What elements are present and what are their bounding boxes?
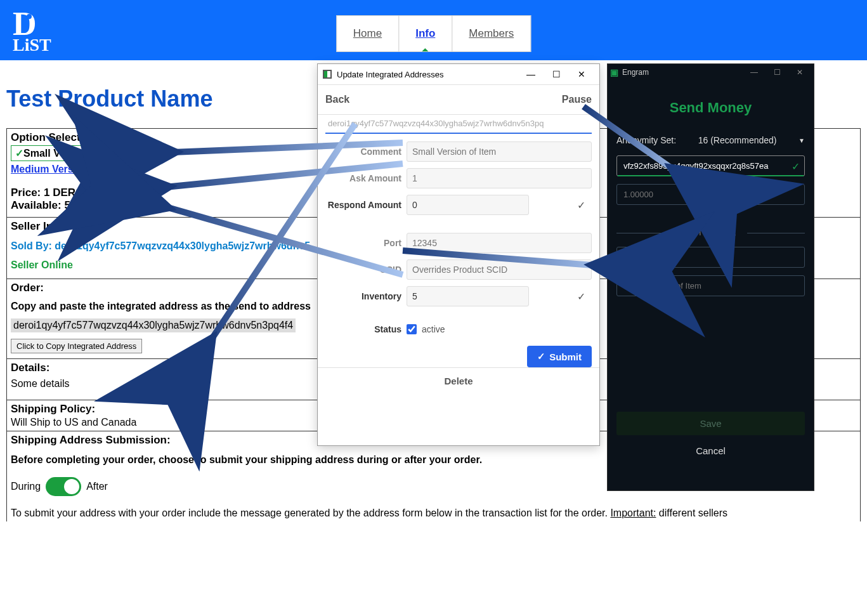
minimize-button[interactable]: — <box>743 68 766 77</box>
submit-button[interactable]: ✓ Submit <box>527 346 592 367</box>
cancel-button[interactable]: Cancel <box>616 435 805 456</box>
pause-button[interactable]: Pause <box>562 94 592 105</box>
engram-window: ▣ Engram — ☐ ✕ Send Money Anonymity Set:… <box>607 63 814 491</box>
during-after-toggle[interactable] <box>46 477 81 496</box>
active-label: active <box>422 324 445 334</box>
modal2-body: Send Money Anonymity Set: 16 (Recommende… <box>608 81 814 475</box>
back-button[interactable]: Back <box>325 94 349 105</box>
comment-input[interactable] <box>407 141 592 162</box>
optional-port-input[interactable] <box>616 247 805 268</box>
nav-members[interactable]: Members <box>452 16 530 51</box>
check-icon: ✓ <box>792 160 800 172</box>
check-icon: ✓ <box>577 199 585 211</box>
maximize-button[interactable]: ☐ <box>766 68 788 77</box>
minimize-button[interactable]: — <box>518 67 544 82</box>
modal1-titlebar[interactable]: Update Integrated Addresses — ☐ ✕ <box>318 64 599 85</box>
chevron-down-icon: ▼ <box>799 137 805 144</box>
inventory-input[interactable] <box>407 286 529 306</box>
ask-amount-input[interactable] <box>407 168 592 188</box>
respond-amount-label: Respond Amount <box>325 200 407 210</box>
close-button[interactable]: ✕ <box>569 67 594 82</box>
status-label: Status <box>325 324 407 334</box>
nav-info[interactable]: Info <box>399 16 452 51</box>
shipping-submit-text: To submit your address with your order i… <box>11 508 856 519</box>
amount-input[interactable] <box>616 184 805 205</box>
modal1-body: deroi1qy4yf7c577wqzvzq44x30lygha5wjz7wrh… <box>318 115 599 445</box>
option-alt-link[interactable]: Medium Version... <box>11 164 97 175</box>
app-icon <box>323 70 332 79</box>
scid-label: SCID <box>325 265 407 275</box>
modal2-title: Engram <box>622 68 743 77</box>
save-button[interactable]: Save <box>616 412 805 435</box>
send-address-input[interactable] <box>616 155 805 176</box>
option-selected[interactable]: ✓Small Version of Item <box>11 145 131 161</box>
delete-button[interactable]: Delete <box>318 367 599 394</box>
ask-amount-label: Ask Amount <box>325 173 407 183</box>
nav: Home Info Members <box>336 15 531 52</box>
active-checkbox[interactable] <box>407 324 417 334</box>
inventory-label: Inventory <box>325 291 407 301</box>
copy-address-button[interactable]: Click to Copy Integrated Address <box>11 339 142 353</box>
modal2-titlebar[interactable]: ▣ Engram — ☐ ✕ <box>608 64 814 81</box>
header: D LiST Home Info Members <box>0 0 867 60</box>
optional-divider: OPTIONAL <box>616 229 805 237</box>
toggle-after-label: After <box>86 481 108 492</box>
nav-home[interactable]: Home <box>337 16 399 51</box>
close-button[interactable]: ✕ <box>788 68 811 77</box>
modal1-title: Update Integrated Addresses <box>337 70 518 79</box>
optional-comment-input[interactable] <box>616 275 805 296</box>
address-field[interactable]: deroi1qy4yf7c577wqzvzq44x30lygha5wjz7wrh… <box>325 115 592 134</box>
maximize-button[interactable]: ☐ <box>544 67 569 82</box>
integrated-address[interactable]: deroi1qy4yf7c577wqzvzq44x30lygha5wjz7wrh… <box>11 318 296 332</box>
check-icon: ✓ <box>537 351 545 362</box>
check-icon: ✓ <box>577 291 585 303</box>
port-input[interactable] <box>407 233 592 253</box>
scid-input[interactable] <box>407 259 592 280</box>
comment-label: Comment <box>325 147 407 157</box>
option-selected-label: Small Version of Item <box>23 148 126 159</box>
logo: D LiST <box>13 5 51 55</box>
toggle-during-label: During <box>11 481 41 492</box>
check-icon: ✓ <box>15 148 23 159</box>
update-addresses-window: Update Integrated Addresses — ☐ ✕ Back P… <box>317 63 600 446</box>
engram-icon: ▣ <box>610 67 618 77</box>
port-label: Port <box>325 238 407 248</box>
respond-amount-input[interactable] <box>407 195 529 215</box>
send-money-title: Send Money <box>616 100 805 116</box>
anonymity-dropdown[interactable]: Anonymity Set: 16 (Recommended) ▼ <box>616 135 805 145</box>
modal1-nav: Back Pause <box>318 85 599 115</box>
